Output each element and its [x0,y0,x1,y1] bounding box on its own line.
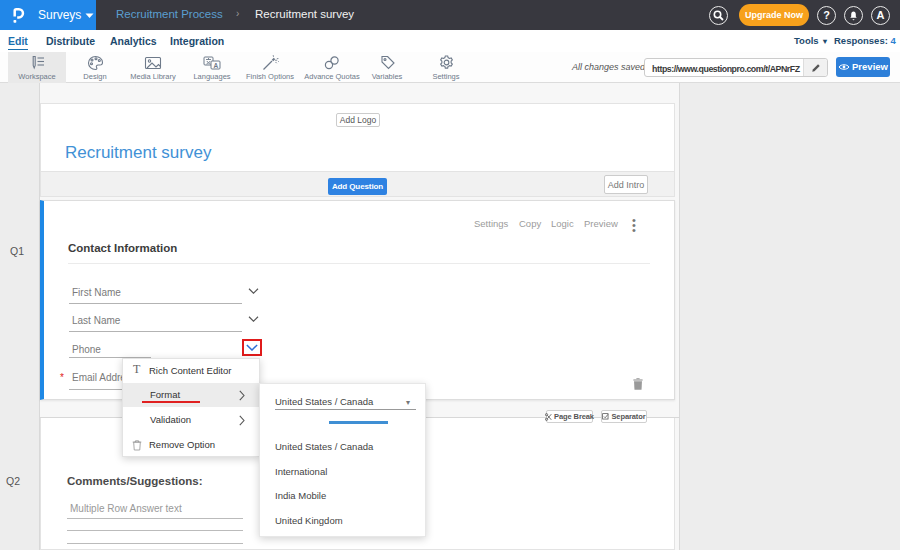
svg-text:A: A [214,62,219,69]
